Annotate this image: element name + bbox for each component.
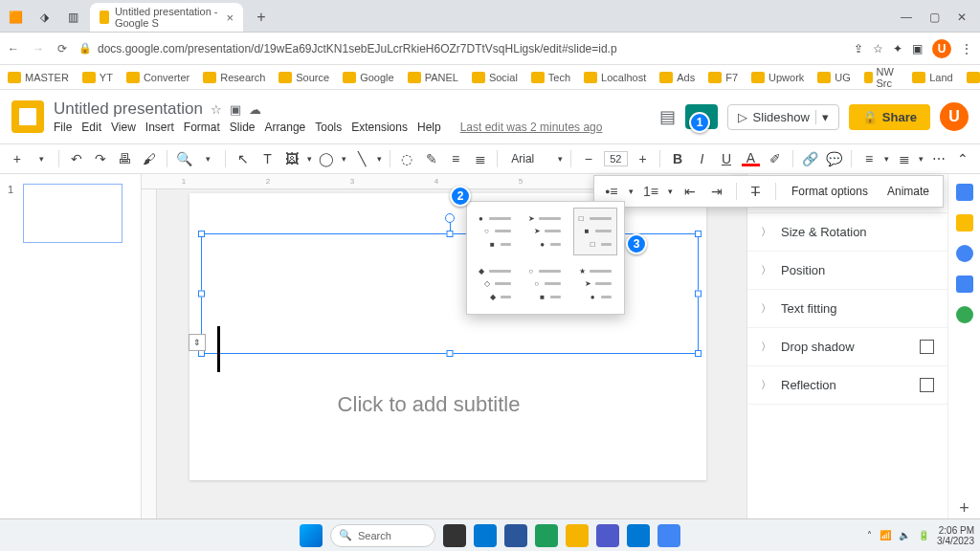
undo-button[interactable]: ↶	[67, 149, 85, 168]
italic-button[interactable]: I	[693, 149, 711, 168]
chevron-down-icon[interactable]: ▾	[884, 154, 889, 164]
share-button[interactable]: 🔒 Share	[849, 104, 930, 130]
border-weight-button[interactable]: ≡	[446, 149, 464, 168]
nav-forward-icon[interactable]: →	[33, 42, 44, 55]
doc-title[interactable]: Untitled presentation	[54, 99, 203, 119]
last-edit-link[interactable]: Last edit was 2 minutes ago	[460, 121, 603, 134]
slideshow-button[interactable]: ▷ Slideshow ▾	[727, 104, 839, 130]
size-increase-button[interactable]: +	[634, 149, 652, 168]
store-icon[interactable]	[596, 524, 619, 547]
new-tab-button[interactable]: +	[249, 5, 274, 30]
font-family-select[interactable]: Arial	[505, 150, 552, 167]
star-icon[interactable]: ☆	[211, 102, 222, 117]
bookmark-nwsrc[interactable]: NW Src	[864, 66, 899, 89]
menu-format[interactable]: Format	[184, 121, 220, 134]
panel-icon[interactable]: ▣	[912, 42, 923, 55]
image-tool[interactable]: 🖼	[282, 149, 301, 168]
line-tool[interactable]: ╲	[352, 149, 370, 168]
chevron-down-icon[interactable]: ▾	[629, 187, 634, 196]
chevron-down-icon[interactable]: ▾	[377, 154, 382, 164]
volume-icon[interactable]: 🔈	[899, 530, 910, 540]
shape-tool[interactable]: ◯	[318, 149, 336, 168]
toolbar-collapse-button[interactable]: ⌃	[954, 149, 972, 168]
bullet-style-star[interactable]: ★ ➤ ●	[573, 260, 617, 308]
url-bar[interactable]: 🔒 docs.google.com/presentation/d/19wEa69…	[78, 42, 842, 55]
taskview-icon[interactable]	[443, 524, 466, 547]
bookmark-master[interactable]: MASTER	[8, 72, 69, 83]
slides-logo-icon[interactable]	[11, 100, 44, 133]
increase-indent-button[interactable]: ⇥	[707, 182, 726, 201]
bookmark-yt[interactable]: YT	[82, 72, 113, 83]
underline-button[interactable]: U	[717, 149, 735, 168]
window-minimize-button[interactable]: —	[901, 11, 912, 24]
menu-extensions[interactable]: Extensions	[351, 121, 408, 134]
bookmark-source[interactable]: Source	[278, 72, 329, 83]
resize-handle-se[interactable]	[695, 350, 702, 357]
border-dash-button[interactable]: ≣	[471, 149, 489, 168]
app-icon[interactable]	[627, 524, 650, 547]
bookmark-converter[interactable]: Converter	[126, 72, 189, 83]
bookmark-tech[interactable]: Tech	[531, 72, 570, 83]
bullet-style-hollow-square[interactable]: □ ■ □	[573, 208, 617, 255]
bookmark-upwork[interactable]: Upwork	[751, 72, 804, 83]
keep-icon[interactable]	[956, 214, 973, 231]
format-options-link[interactable]: Format options	[786, 183, 874, 200]
resize-handle-ne[interactable]	[695, 231, 702, 237]
menu-file[interactable]: File	[54, 121, 72, 134]
calendar-icon[interactable]	[956, 184, 973, 201]
account-avatar[interactable]: U	[940, 102, 969, 131]
menu-slide[interactable]: Slide	[230, 121, 256, 134]
resize-handle-sw[interactable]	[198, 350, 205, 357]
bullet-style-circle-nested[interactable]: ○ ○ ■	[523, 260, 567, 308]
add-sidepanel-button[interactable]: +	[959, 498, 969, 518]
menu-arrange[interactable]: Arrange	[265, 121, 306, 134]
section-position[interactable]: 〉Position	[747, 252, 947, 290]
share-page-icon[interactable]: ⇪	[854, 42, 863, 55]
insert-comment-button[interactable]: 💬	[825, 149, 843, 168]
print-button[interactable]: 🖶	[116, 149, 134, 168]
chrome-icon[interactable]	[657, 524, 680, 547]
browser-menu-icon[interactable]: ⋮	[961, 42, 972, 55]
tab-hubspot[interactable]: 🟧	[4, 6, 27, 29]
wifi-icon[interactable]: 📶	[880, 530, 891, 540]
clear-formatting-button[interactable]: T̶	[746, 182, 766, 201]
battery-icon[interactable]: 🔋	[918, 530, 929, 540]
menu-edit[interactable]: Edit	[81, 121, 101, 134]
drop-shadow-checkbox[interactable]	[920, 340, 934, 354]
contacts-icon[interactable]	[956, 276, 973, 293]
bookmark-ads[interactable]: Ads	[659, 72, 695, 83]
insert-link-button[interactable]: 🔗	[801, 149, 819, 168]
window-maximize-button[interactable]: ▢	[929, 11, 940, 24]
menu-help[interactable]: Help	[417, 121, 441, 134]
menu-view[interactable]: View	[111, 121, 136, 134]
nav-reload-icon[interactable]: ⟳	[57, 42, 67, 55]
zoom-button[interactable]: 🔍	[175, 149, 193, 168]
profile-avatar[interactable]: U	[932, 39, 951, 58]
more-button[interactable]: ⋯	[929, 149, 947, 168]
highlight-color-button[interactable]: ✐	[766, 149, 784, 168]
line-spacing-button[interactable]: ≣	[895, 149, 913, 168]
chevron-down-icon[interactable]: ▾	[342, 154, 346, 164]
edge-icon[interactable]	[474, 524, 497, 547]
chevron-down-icon[interactable]: ▾	[199, 149, 217, 168]
reflection-checkbox[interactable]	[920, 378, 934, 392]
bookmark-land[interactable]: Land	[912, 72, 952, 83]
chevron-down-icon[interactable]: ▾	[32, 149, 50, 168]
move-icon[interactable]: ▣	[230, 102, 241, 117]
section-reflection[interactable]: 〉Reflection	[747, 366, 947, 405]
redo-button[interactable]: ↷	[91, 149, 109, 168]
bookmark-figma[interactable]: FIGMA	[967, 72, 980, 83]
select-tool[interactable]: ↖	[234, 149, 252, 168]
new-slide-button[interactable]: +	[8, 149, 26, 168]
tab-close-icon[interactable]: ×	[226, 11, 234, 25]
section-size-rotation[interactable]: 〉Size & Rotation	[747, 213, 947, 252]
tab-3[interactable]: ▥	[61, 6, 84, 29]
bookmark-f7[interactable]: F7	[708, 72, 738, 83]
resize-handle-s[interactable]	[447, 350, 454, 357]
tray-expand-icon[interactable]: ˄	[867, 530, 872, 540]
taskbar-search[interactable]: 🔍Search	[330, 524, 435, 547]
bold-button[interactable]: B	[668, 149, 686, 168]
bookmark-social[interactable]: Social	[472, 72, 518, 83]
window-close-button[interactable]: ✕	[957, 11, 967, 24]
menu-tools[interactable]: Tools	[315, 121, 342, 134]
